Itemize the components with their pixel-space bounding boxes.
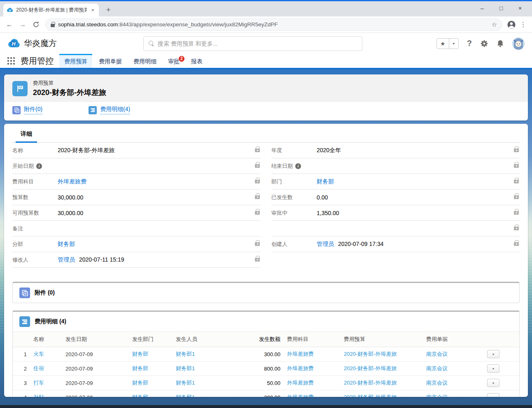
browser-tab[interactable]: H 2020-财务部-外埠差旅 | 费用预算 × xyxy=(3,4,99,16)
row-actions-button[interactable]: ▼ xyxy=(487,379,499,387)
table-row: 3 打车 2020-07-09 财务部 财务部1 50.00 外埠差旅费 202… xyxy=(13,376,519,390)
brand: H 华炎魔方 xyxy=(7,38,57,49)
cell-dept: 财务部 xyxy=(129,390,173,397)
col-person: 发生人员 xyxy=(173,332,235,347)
cell-dept: 财务部 xyxy=(129,362,173,376)
lock-icon xyxy=(255,164,260,168)
field-name: 名称 2020-财务部-外埠差旅 xyxy=(12,143,261,158)
field-budget-amount: 预算数 30,000.00 xyxy=(12,190,261,205)
cell-dept: 财务部 xyxy=(129,376,173,390)
col-amount: 发生数额 xyxy=(235,332,284,347)
window-close-button[interactable]: × xyxy=(511,1,530,15)
quick-links: 附件(0) 费用明细(4) xyxy=(4,102,528,121)
browser-tabstrip: H 2020-财务部-外埠差旅 | 费用预算 × + – □ × xyxy=(0,1,532,16)
cell-doc: 南京会议 xyxy=(423,376,484,390)
lock-icon xyxy=(255,195,260,199)
record-header: 费用预算 2020-财务部-外埠差旅 xyxy=(4,74,528,102)
modified-by-link[interactable]: 管理员 xyxy=(58,256,75,264)
tab-reports[interactable]: 报表 xyxy=(186,54,208,68)
row-actions-button[interactable]: ▼ xyxy=(487,364,499,373)
refresh-button[interactable] xyxy=(30,21,42,28)
favorites-dropdown-button[interactable]: ▼ xyxy=(449,39,458,49)
budget-flag-icon xyxy=(12,81,28,96)
info-icon: i xyxy=(295,163,301,169)
table-row: 4 补贴 2020-07-09 财务部 财务部1 200.00 外埠差旅费 20… xyxy=(13,390,519,397)
global-search[interactable] xyxy=(143,36,362,51)
gear-icon[interactable] xyxy=(480,39,488,48)
bell-icon[interactable] xyxy=(497,39,504,48)
forward-button[interactable]: → xyxy=(16,21,29,29)
https-lock-icon xyxy=(51,24,55,27)
cell-name: 火车 xyxy=(30,347,62,362)
tab-detail[interactable]: 详细 xyxy=(16,129,37,143)
detail-tabs: 详细 xyxy=(12,124,520,143)
search-input[interactable] xyxy=(158,40,357,47)
favorite-star-button[interactable]: ★ xyxy=(437,39,449,49)
chrome-profile-icon[interactable] xyxy=(506,20,517,29)
expense-subject-link[interactable]: 外埠差旅费 xyxy=(58,178,86,185)
window-minimize-button[interactable]: – xyxy=(473,1,492,15)
row-actions-button[interactable]: ▼ xyxy=(487,393,499,397)
search-icon xyxy=(149,41,154,46)
chrome-menu-icon[interactable]: ⋮ xyxy=(518,21,529,28)
cell-budget: 2020-财务部-外埠差旅 xyxy=(341,362,423,376)
bookmark-star-icon[interactable]: ☆ xyxy=(492,21,497,28)
lock-icon xyxy=(255,180,260,183)
lock-icon xyxy=(514,227,519,230)
cell-budget: 2020-财务部-外埠差旅 xyxy=(341,376,423,390)
app-name: 费用管控 xyxy=(21,56,54,67)
cell-date: 2020-07-09 xyxy=(62,347,129,362)
cell-person: 财务部1 xyxy=(173,347,235,362)
field-incurred-amount: 已发生数 0.00 xyxy=(271,190,520,205)
address-bar[interactable]: sophia.trial.steedos.com:8443/app/expens… xyxy=(45,19,502,31)
page-background: 费用预算 2020-财务部-外埠差旅 附件(0) 费用明细(4) 详细 xyxy=(0,69,532,408)
new-tab-button[interactable]: + xyxy=(103,6,114,14)
attachments-title: 附件 (0) xyxy=(35,289,55,297)
cell-name: 住宿 xyxy=(30,362,62,376)
department-link[interactable]: 财务部 xyxy=(317,178,334,185)
url-host: sophia.trial.steedos.com xyxy=(58,21,118,28)
back-button[interactable]: ← xyxy=(3,21,16,29)
division-link[interactable]: 财务部 xyxy=(58,241,75,248)
cell-name: 补贴 xyxy=(30,390,62,397)
tab-approvals[interactable]: 审批2 xyxy=(163,54,184,68)
created-by-link[interactable]: 管理员 xyxy=(317,241,334,248)
user-avatar[interactable] xyxy=(512,37,525,50)
field-modified-by: 修改人 管理员2020-07-11 15:19 xyxy=(12,252,261,268)
col-budget: 费用预算 xyxy=(341,332,423,347)
lock-icon xyxy=(514,164,519,168)
detail-card: 详细 名称 2020-财务部-外埠差旅 开始日期i 费用科目 外埠差旅费 xyxy=(4,124,528,397)
field-empty xyxy=(271,221,520,236)
app-launcher-icon[interactable] xyxy=(7,57,15,65)
help-icon[interactable]: ? xyxy=(467,39,472,48)
col-name: 名称 xyxy=(30,332,62,347)
tab-expense-documents[interactable]: 费用单据 xyxy=(94,54,127,68)
row-actions-button[interactable]: ▼ xyxy=(487,350,499,358)
lock-icon xyxy=(514,148,519,152)
steedos-favicon-icon: H xyxy=(7,7,13,14)
tab-expense-budgets[interactable]: 费用预算 xyxy=(59,54,92,68)
svg-text:H: H xyxy=(9,9,11,12)
quick-link-expense-items: 费用明细(4) xyxy=(89,106,130,114)
tab-close-icon[interactable]: × xyxy=(90,7,96,13)
attachments-link[interactable]: 附件(0) xyxy=(24,106,42,114)
lock-icon xyxy=(514,242,519,246)
expense-items-title: 费用明细 (4) xyxy=(35,318,66,325)
col-doc: 费用单据 xyxy=(423,332,484,347)
field-department: 部门 财务部 xyxy=(271,174,520,190)
record-heading: 费用预算 2020-财务部-外埠差旅 xyxy=(33,80,106,97)
lock-icon xyxy=(255,258,260,262)
col-subject: 费用科目 xyxy=(284,332,341,347)
lock-icon xyxy=(255,211,260,215)
app-header: H 华炎魔方 ★ ▼ ? xyxy=(0,33,532,54)
lock-icon xyxy=(514,211,519,215)
expense-items-link[interactable]: 费用明细(4) xyxy=(100,106,130,114)
field-in-approval: 审批中 1,350.00 xyxy=(271,205,520,221)
window-maximize-button[interactable]: □ xyxy=(492,1,511,15)
cell-name: 打车 xyxy=(30,376,62,390)
table-row: 2 住宿 2020-07-09 财务部 财务部1 800.00 外埠差旅费 20… xyxy=(13,362,519,376)
tab-expense-items[interactable]: 费用明细 xyxy=(128,54,161,68)
cell-doc: 南京会议 xyxy=(423,347,484,362)
brand-logo-icon: H xyxy=(7,38,21,49)
url-text: sophia.trial.steedos.com:8443/app/expens… xyxy=(58,21,278,28)
